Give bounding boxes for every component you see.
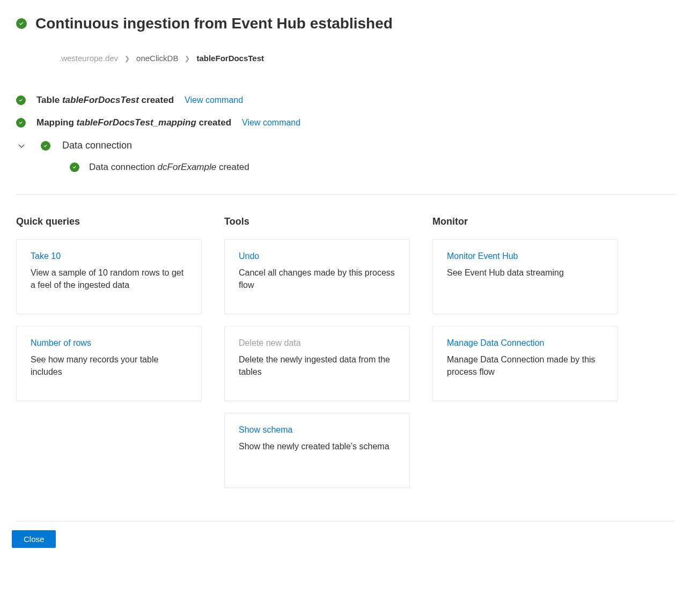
success-check-icon (16, 118, 26, 128)
take-10-desc: View a sample of 10 random rows to get a… (31, 266, 187, 291)
number-of-rows-link[interactable]: Number of rows (31, 338, 91, 348)
breadcrumb-cluster[interactable]: .westeurope.dev (59, 54, 118, 63)
monitor-event-hub-link[interactable]: Monitor Event Hub (447, 251, 518, 261)
dc-created-suffix: created (216, 162, 249, 172)
breadcrumb-database[interactable]: oneClickDB (136, 54, 178, 63)
table-created-text: Table tableForDocsTest created (36, 95, 174, 106)
tools-title: Tools (224, 216, 410, 227)
show-schema-desc: Show the newly created table's schema (239, 440, 395, 452)
take-10-link[interactable]: Take 10 (31, 251, 61, 261)
card-number-of-rows: Number of rows See how many records your… (16, 326, 202, 401)
card-delete-new-data: Delete new data Delete the newly ingeste… (224, 326, 410, 401)
column-tools: Tools Undo Cancel all changes made by th… (224, 216, 410, 500)
mapping-created-text: Mapping tableForDocsTest_mapping created (36, 117, 231, 128)
monitor-title: Monitor (432, 216, 618, 227)
data-connection-heading: Data connection (62, 140, 132, 151)
breadcrumb: .westeurope.dev ❯ oneClickDB ❯ tableForD… (59, 54, 675, 63)
column-quick-queries: Quick queries Take 10 View a sample of 1… (16, 216, 202, 500)
number-of-rows-desc: See how many records your table includes (31, 353, 187, 378)
manage-data-connection-desc: Manage Data Connection made by this proc… (447, 353, 604, 378)
manage-data-connection-link[interactable]: Manage Data Connection (447, 338, 544, 348)
close-button[interactable]: Close (12, 530, 56, 548)
chevron-right-icon: ❯ (185, 55, 190, 62)
footer-divider (16, 521, 675, 522)
card-manage-data-connection: Manage Data Connection Manage Data Conne… (432, 326, 618, 401)
card-monitor-event-hub: Monitor Event Hub See Event Hub data str… (432, 239, 618, 314)
success-check-icon (70, 162, 79, 172)
delete-new-data-link: Delete new data (239, 338, 301, 348)
view-command-table-link[interactable]: View command (185, 95, 243, 105)
monitor-event-hub-desc: See Event Hub data streaming (447, 266, 604, 279)
table-created-suffix: created (139, 95, 174, 105)
mapping-created-prefix: Mapping (36, 117, 77, 128)
card-take-10: Take 10 View a sample of 10 random rows … (16, 239, 202, 314)
view-command-mapping-link[interactable]: View command (242, 118, 300, 128)
dc-created-prefix: Data connection (89, 162, 158, 172)
column-monitor: Monitor Monitor Event Hub See Event Hub … (432, 216, 618, 500)
delete-new-data-desc: Delete the newly ingested data from the … (239, 353, 395, 378)
table-name: tableForDocsTest (62, 95, 139, 105)
card-show-schema: Show schema Show the newly created table… (224, 413, 410, 488)
undo-desc: Cancel all changes made by this process … (239, 266, 395, 291)
section-divider (16, 194, 675, 195)
undo-link[interactable]: Undo (239, 251, 259, 261)
page-title: Continuous ingestion from Event Hub esta… (35, 15, 393, 32)
table-created-prefix: Table (36, 95, 62, 105)
mapping-name: tableForDocsTest_mapping (77, 117, 196, 128)
dc-name: dcForExample (158, 162, 217, 172)
show-schema-link[interactable]: Show schema (239, 425, 293, 435)
breadcrumb-table: tableForDocsTest (196, 54, 264, 63)
chevron-down-icon[interactable] (16, 140, 27, 151)
data-connection-created-text: Data connection dcForExample created (89, 162, 249, 173)
success-check-icon (16, 18, 27, 29)
success-check-icon (41, 141, 50, 151)
card-undo: Undo Cancel all changes made by this pro… (224, 239, 410, 314)
quick-queries-title: Quick queries (16, 216, 202, 227)
chevron-right-icon: ❯ (124, 55, 130, 62)
mapping-created-suffix: created (196, 117, 231, 128)
success-check-icon (16, 95, 26, 105)
